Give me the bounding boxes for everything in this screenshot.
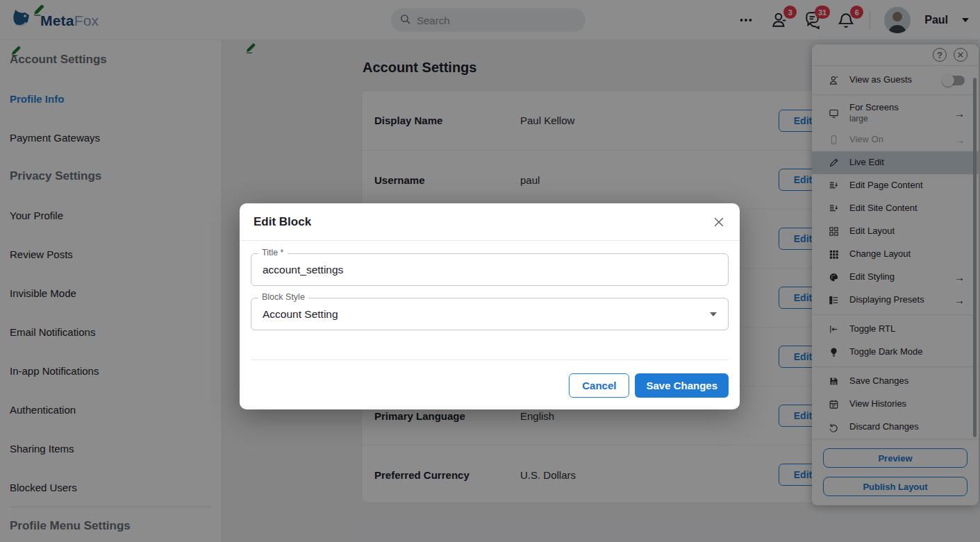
modal-header: Edit Block xyxy=(240,203,740,241)
title-field-value[interactable]: account_settings xyxy=(263,264,343,276)
modal-title: Edit Block xyxy=(254,215,311,229)
block-style-label: Block Style xyxy=(258,292,308,302)
modal-footer-divider xyxy=(251,359,729,360)
title-field-label: Title * xyxy=(258,248,288,257)
edit-block-modal: Edit Block Title * account_settings Bloc… xyxy=(240,203,740,409)
close-modal-icon[interactable] xyxy=(712,215,726,229)
block-style-select[interactable]: Block Style Account Setting xyxy=(251,298,729,330)
title-field[interactable]: Title * account_settings xyxy=(251,253,729,286)
block-style-value: Account Setting xyxy=(263,308,338,321)
select-caret-icon[interactable] xyxy=(710,312,717,316)
save-changes-button[interactable]: Save Changes xyxy=(635,373,729,398)
cancel-button[interactable]: Cancel xyxy=(569,373,629,398)
metafox-app: MetaFox 3 31 6 xyxy=(0,0,980,542)
modal-actions: Cancel Save Changes xyxy=(569,373,729,398)
